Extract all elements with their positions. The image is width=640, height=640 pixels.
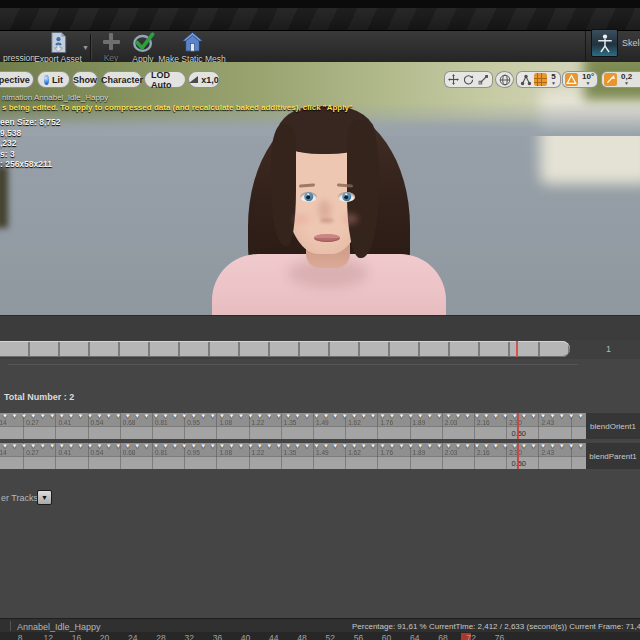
apply-compression-button[interactable]: pression <box>0 31 38 63</box>
animation-key-marker[interactable]: ▼ <box>436 413 442 420</box>
animation-key-marker[interactable]: ▼ <box>380 413 386 420</box>
animation-key-marker[interactable]: ▼ <box>191 443 197 450</box>
animation-key-marker[interactable]: ▼ <box>40 413 46 420</box>
animation-key-marker[interactable]: ▼ <box>398 443 404 450</box>
animation-key-marker[interactable]: ▼ <box>549 443 555 450</box>
animation-key-marker[interactable]: ▼ <box>295 413 301 420</box>
animation-key-marker[interactable]: ▼ <box>474 443 480 450</box>
scale-snap-value[interactable]: 0,2 ▼ <box>619 73 634 87</box>
animation-key-marker[interactable]: ▼ <box>266 413 272 420</box>
animation-key-marker[interactable]: ▼ <box>78 413 84 420</box>
animation-key-marker[interactable]: ▼ <box>87 443 93 450</box>
track-name-label[interactable]: blendParent1 <box>586 443 640 469</box>
animation-key-marker[interactable]: ▼ <box>210 443 216 450</box>
animation-key-marker[interactable]: ▼ <box>219 413 225 420</box>
animation-key-marker[interactable]: ▼ <box>304 413 310 420</box>
animation-key-marker[interactable]: ▼ <box>2 443 8 450</box>
animation-key-marker[interactable]: ▼ <box>2 413 8 420</box>
animation-key-marker[interactable]: ▼ <box>276 443 282 450</box>
track-keys-area[interactable]: 0.140.270.410.540.680.810.951.081.221.35… <box>0 413 586 439</box>
animation-key-marker[interactable]: ▼ <box>96 413 102 420</box>
animation-key-marker[interactable]: ▼ <box>323 443 329 450</box>
scrubber-playhead[interactable] <box>516 341 518 357</box>
animation-key-marker[interactable]: ▼ <box>219 443 225 450</box>
animation-key-marker[interactable]: ▼ <box>276 413 282 420</box>
track-playhead[interactable] <box>517 413 519 439</box>
frame-ruler[interactable]: 81216202428323640444852566064687276 <box>0 632 640 640</box>
animation-key-marker[interactable]: ▼ <box>493 413 499 420</box>
rotate-tool-icon[interactable] <box>462 73 475 86</box>
animation-key-marker[interactable]: ▼ <box>446 443 452 450</box>
rotation-snap-icon[interactable] <box>565 73 578 86</box>
track-playhead[interactable] <box>517 443 519 469</box>
animation-key-marker[interactable]: ▼ <box>21 413 27 420</box>
animation-key-marker[interactable]: ▼ <box>398 413 404 420</box>
animation-key-marker[interactable]: ▼ <box>474 413 480 420</box>
scale-snap-icon[interactable] <box>604 73 617 86</box>
animation-key-marker[interactable]: ▼ <box>59 443 65 450</box>
timeline-scrubber[interactable] <box>0 341 570 357</box>
animation-key-marker[interactable]: ▼ <box>172 413 178 420</box>
animation-key-marker[interactable]: ▼ <box>68 413 74 420</box>
animation-key-marker[interactable]: ▼ <box>200 413 206 420</box>
animation-key-marker[interactable]: ▼ <box>285 443 291 450</box>
animation-key-marker[interactable]: ▼ <box>11 413 17 420</box>
animation-key-marker[interactable]: ▼ <box>323 413 329 420</box>
animation-key-marker[interactable]: ▼ <box>191 413 197 420</box>
animation-key-marker[interactable]: ▼ <box>295 443 301 450</box>
grid-snap-value[interactable]: 5 ▼ <box>549 73 558 87</box>
apply-button[interactable]: Apply <box>126 31 160 63</box>
animation-key-marker[interactable]: ▼ <box>578 413 584 420</box>
animation-key-marker[interactable]: ▼ <box>427 413 433 420</box>
snap-node-icon[interactable] <box>519 73 532 86</box>
make-static-mesh-button[interactable]: Make Static Mesh <box>160 31 224 63</box>
animation-key-marker[interactable]: ▼ <box>238 443 244 450</box>
animation-key-marker[interactable]: ▼ <box>464 413 470 420</box>
track-keys-area[interactable]: 0.140.270.410.540.680.810.951.081.221.35… <box>0 443 586 469</box>
skeleton-mode-button[interactable] <box>591 29 618 57</box>
animation-key-marker[interactable]: ▼ <box>247 443 253 450</box>
lod-auto-button[interactable]: LOD Auto <box>144 71 186 88</box>
animation-key-marker[interactable]: ▼ <box>361 413 367 420</box>
animation-key-marker[interactable]: ▼ <box>502 413 508 420</box>
animation-key-marker[interactable]: ▼ <box>531 443 537 450</box>
translate-tool-icon[interactable] <box>447 73 460 86</box>
animation-key-marker[interactable]: ▼ <box>153 443 159 450</box>
animation-key-marker[interactable]: ▼ <box>559 443 565 450</box>
animation-key-marker[interactable]: ▼ <box>351 443 357 450</box>
animation-key-marker[interactable]: ▼ <box>181 443 187 450</box>
animation-key-marker[interactable]: ▼ <box>502 443 508 450</box>
show-button[interactable]: Show <box>72 71 98 88</box>
animation-key-marker[interactable]: ▼ <box>521 413 527 420</box>
animation-key-marker[interactable]: ▼ <box>115 443 121 450</box>
animation-key-marker[interactable]: ▼ <box>247 413 253 420</box>
animation-key-marker[interactable]: ▼ <box>200 443 206 450</box>
animation-key-marker[interactable]: ▼ <box>134 413 140 420</box>
tracks-filter-dropdown[interactable]: ▼ <box>37 490 52 505</box>
lit-mode-button[interactable]: Lit <box>37 71 70 88</box>
animation-key-marker[interactable]: ▼ <box>361 443 367 450</box>
export-asset-button[interactable]: Export Asset <box>36 31 80 63</box>
animation-key-marker[interactable]: ▼ <box>30 443 36 450</box>
animation-key-marker[interactable]: ▼ <box>370 443 376 450</box>
animation-key-marker[interactable]: ▼ <box>162 413 168 420</box>
animation-key-marker[interactable]: ▼ <box>342 443 348 450</box>
animation-key-marker[interactable]: ▼ <box>125 443 131 450</box>
key-button[interactable]: Key <box>94 31 128 63</box>
animation-key-marker[interactable]: ▼ <box>531 413 537 420</box>
animation-key-marker[interactable]: ▼ <box>49 443 55 450</box>
animation-key-marker[interactable]: ▼ <box>304 443 310 450</box>
animation-key-marker[interactable]: ▼ <box>106 443 112 450</box>
animation-key-marker[interactable]: ▼ <box>125 413 131 420</box>
animation-key-marker[interactable]: ▼ <box>417 413 423 420</box>
perspective-button[interactable]: rspective <box>0 71 34 88</box>
animation-key-marker[interactable]: ▼ <box>389 443 395 450</box>
animation-key-marker[interactable]: ▼ <box>332 413 338 420</box>
animation-key-marker[interactable]: ▼ <box>313 443 319 450</box>
playback-speed-button[interactable]: x1,0 <box>188 71 220 88</box>
3d-viewport[interactable]: rspective Lit Show Character LOD Auto x1… <box>0 62 640 315</box>
animation-key-marker[interactable]: ▼ <box>417 443 423 450</box>
animation-key-marker[interactable]: ▼ <box>455 443 461 450</box>
animation-key-marker[interactable]: ▼ <box>153 413 159 420</box>
animation-key-marker[interactable]: ▼ <box>436 443 442 450</box>
